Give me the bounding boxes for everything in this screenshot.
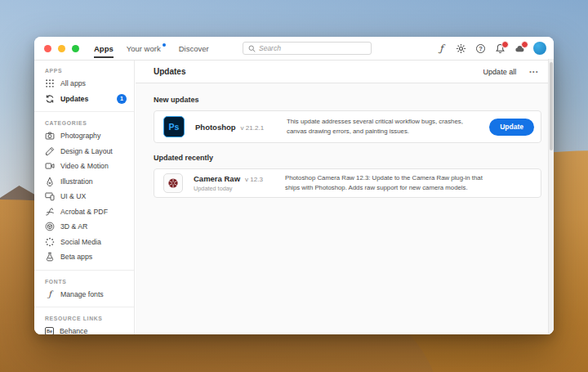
tab-apps-label: Apps: [94, 44, 114, 53]
sidebar-item-label: Design & Layout: [60, 147, 113, 155]
pen-nib-icon: [45, 177, 55, 186]
sidebar-header-resource-links: RESOURCE LINKS: [34, 307, 134, 324]
notifications-button[interactable]: [494, 43, 506, 55]
photoshop-app-icon: Ps: [163, 116, 185, 137]
sidebar-item-3d-ar[interactable]: 3D & AR: [34, 219, 134, 235]
app-name-column: Camera Raw v 12.3 Updated today: [194, 174, 285, 192]
app-version: v 12.3: [245, 176, 263, 183]
app-version: v 21.2.1: [241, 124, 264, 132]
devices-icon: [45, 191, 55, 201]
creative-cloud-window: Apps Your work Discover Search ƒ ?: [34, 37, 554, 334]
globe-cube-icon: [45, 222, 55, 231]
header-actions: Update all •••: [483, 68, 539, 76]
fonts-button[interactable]: ƒ: [435, 43, 448, 55]
scrollbar-thumb[interactable]: [550, 62, 553, 150]
update-all-button[interactable]: Update all: [483, 68, 517, 76]
behance-icon: Be: [45, 327, 54, 334]
app-name: Camera Raw: [194, 174, 240, 183]
zoom-button[interactable]: [72, 45, 79, 52]
sidebar-header-categories: CATEGORIES: [34, 112, 134, 128]
help-button[interactable]: ?: [474, 43, 487, 55]
sidebar-item-illustration[interactable]: Illustration: [34, 174, 134, 190]
main-content: Updates Update all ••• New updates Ps Ph…: [136, 61, 554, 334]
content-header: Updates Update all •••: [136, 61, 554, 83]
sidebar-item-design-layout[interactable]: Design & Layout: [34, 144, 134, 159]
sidebar-item-video-motion[interactable]: Video & Motion: [34, 159, 134, 174]
update-description: Photoshop Camera Raw 12.3: Update to the…: [285, 173, 534, 193]
sidebar-item-label: Behance: [60, 327, 87, 334]
sidebar-item-ui-ux[interactable]: UI & UX: [34, 189, 134, 204]
help-icon: ?: [476, 44, 485, 53]
updates-count-badge: 1: [117, 94, 127, 104]
section-header-updated-recently: Updated recently: [154, 154, 541, 162]
avatar[interactable]: [533, 42, 546, 55]
sidebar-header-fonts: FONTS: [34, 271, 134, 287]
update-card-photoshop: Ps Photoshop v 21.2.1 This update addres…: [154, 110, 541, 143]
sidebar-item-label: Social Media: [60, 238, 101, 246]
gear-icon: [456, 43, 466, 54]
dots-circle-icon: [45, 237, 55, 247]
sidebar-item-label: All apps: [60, 79, 86, 87]
sidebar-item-label: Video & Motion: [60, 162, 109, 170]
fonts-f-icon: ƒ: [45, 289, 55, 298]
close-button[interactable]: [44, 45, 51, 52]
sidebar-item-photography[interactable]: Photography: [34, 128, 134, 144]
sidebar-item-social-media[interactable]: Social Media: [34, 235, 134, 250]
sidebar-header-apps: APPS: [34, 61, 134, 76]
minimize-button[interactable]: [58, 45, 65, 52]
sidebar-item-beta-apps[interactable]: Beta apps: [34, 249, 134, 265]
video-camera-icon: [45, 161, 55, 171]
sidebar-item-label: UI & UX: [60, 192, 86, 200]
sidebar-item-all-apps[interactable]: All apps: [34, 76, 134, 92]
cloud-badge: [521, 41, 528, 48]
tab-your-work-label: Your work: [127, 44, 161, 53]
sidebar-item-label: 3D & AR: [60, 222, 87, 231]
search-placeholder: Search: [259, 44, 281, 52]
tab-apps[interactable]: Apps: [94, 37, 114, 60]
pencil-icon: [45, 146, 55, 156]
update-card-camera-raw: Camera Raw v 12.3 Updated today Photosho…: [154, 168, 541, 198]
sidebar-item-label: Acrobat & PDF: [60, 208, 108, 216]
fonts-f-icon: ƒ: [439, 43, 443, 54]
search-icon: [248, 45, 256, 52]
sidebar-item-label: Manage fonts: [60, 290, 104, 298]
window-controls: [34, 45, 79, 52]
page-title: Updates: [154, 67, 185, 76]
search-input[interactable]: Search: [243, 42, 372, 55]
notifications-badge: [501, 41, 509, 48]
tab-discover[interactable]: Discover: [179, 37, 209, 60]
camera-raw-app-icon: [163, 173, 183, 193]
sidebar-item-label: Photography: [60, 132, 100, 140]
sidebar-item-acrobat-pdf[interactable]: Acrobat & PDF: [34, 204, 134, 220]
updated-note: Updated today: [194, 185, 285, 192]
sidebar: APPS All apps Updates 1 CATEGORIES Photo…: [34, 61, 135, 334]
sidebar-item-behance[interactable]: Be Behance: [34, 324, 134, 334]
top-nav-tabs: Apps Your work Discover: [94, 37, 209, 60]
sidebar-item-manage-fonts[interactable]: ƒ Manage fonts: [34, 287, 134, 303]
update-description: This update addresses several critical w…: [287, 117, 489, 137]
your-work-badge-dot: [163, 43, 166, 47]
titlebar-icons: ƒ ?: [435, 37, 546, 60]
grid-icon: [45, 78, 55, 88]
sidebar-item-label: Illustration: [60, 177, 93, 186]
sidebar-item-label: Beta apps: [60, 253, 92, 261]
cloud-sync-button[interactable]: [514, 43, 526, 55]
update-button[interactable]: Update: [489, 119, 534, 136]
sidebar-item-label: Updates: [60, 95, 88, 103]
refresh-icon: [45, 94, 55, 104]
aperture-icon: [167, 177, 179, 189]
more-options-icon[interactable]: •••: [529, 69, 539, 74]
acrobat-icon: [45, 207, 55, 217]
flask-icon: [45, 252, 55, 262]
updates-list: New updates Ps Photoshop v 21.2.1 This u…: [136, 83, 554, 198]
app-name: Photoshop: [195, 123, 236, 132]
scrollbar-track[interactable]: [548, 59, 554, 334]
camera-icon: [45, 131, 55, 141]
sidebar-item-updates[interactable]: Updates 1: [34, 92, 134, 107]
settings-button[interactable]: [455, 43, 467, 55]
tab-discover-label: Discover: [179, 44, 209, 53]
titlebar: Apps Your work Discover Search ƒ ?: [34, 37, 554, 61]
section-header-new-updates: New updates: [154, 96, 541, 104]
app-name-column: Photoshop v 21.2.1: [195, 123, 287, 132]
tab-your-work[interactable]: Your work: [127, 37, 166, 60]
